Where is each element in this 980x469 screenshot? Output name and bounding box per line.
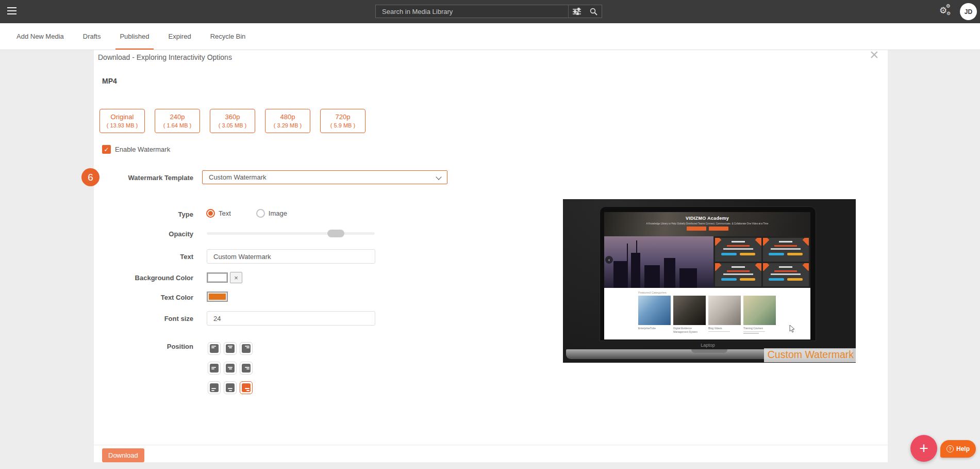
step-badge: 6 <box>81 168 99 186</box>
quality-720p-button[interactable]: 720p ( 5.9 MB ) <box>320 109 366 133</box>
add-media-fab[interactable]: + <box>910 435 937 462</box>
enable-watermark-row: ✓ Enable Watermark <box>102 145 170 154</box>
category-label: Training Courses <box>743 327 776 330</box>
download-button[interactable]: Download <box>102 448 144 462</box>
library-tab-bar: Add New Media Drafts Published Expired R… <box>0 23 980 50</box>
mouse-cursor-icon <box>789 325 795 333</box>
preview-hero-button <box>709 227 728 231</box>
position-grid <box>208 342 270 401</box>
close-icon[interactable]: × <box>870 47 879 62</box>
watermark-preview: VIDIZMO Academy A Knowledge Library to H… <box>563 199 856 363</box>
preview-site-tagline: A Knowledge Library to Help Globally Dis… <box>612 222 802 225</box>
position-bottom-left-button[interactable] <box>208 381 221 394</box>
dialog-footer: Download <box>94 445 888 463</box>
category-thumbnail <box>708 296 741 325</box>
quality-size: ( 3.05 MB ) <box>210 122 255 128</box>
category-label: Blog Videos <box>708 327 741 330</box>
position-top-center-button[interactable] <box>224 342 237 355</box>
admin-settings-icon[interactable]: ⚙⚙⚙ <box>939 4 955 20</box>
featured-category: Blog Videos <box>708 296 741 334</box>
laptop-label: Laptop <box>600 343 816 348</box>
background-color-label: Background Color <box>94 274 193 282</box>
position-bottom-center-button[interactable] <box>224 381 237 394</box>
text-color-swatch[interactable] <box>207 292 228 302</box>
position-bottom-right-button[interactable] <box>240 381 253 394</box>
user-avatar[interactable]: JD <box>960 3 977 20</box>
enable-watermark-checkbox[interactable]: ✓ <box>102 145 111 154</box>
carousel-card <box>715 238 761 262</box>
position-label: Position <box>94 343 193 350</box>
download-dialog: Download - Exploring Interactivity Optio… <box>94 50 888 462</box>
type-image-radio[interactable] <box>256 209 265 218</box>
preview-featured-section: Featured Categories EnterpriseTube Digit… <box>604 288 810 339</box>
category-thumbnail <box>638 296 671 325</box>
quality-480p-button[interactable]: 480p ( 3.29 MB ) <box>265 109 310 133</box>
preview-carousel: ‹ <box>604 236 810 288</box>
tab-recycle-bin[interactable]: Recycle Bin <box>206 23 250 50</box>
watermark-text-input[interactable] <box>207 249 375 264</box>
laptop-screen: VIDIZMO Academy A Knowledge Library to H… <box>604 212 810 339</box>
watermark-template-select[interactable]: Custom Watermark <box>202 170 447 184</box>
enable-watermark-label: Enable Watermark <box>115 145 170 153</box>
category-thumbnail <box>743 296 776 325</box>
preview-site-header: VIDIZMO Academy A Knowledge Library to H… <box>604 212 810 236</box>
top-bar: ⚙⚙⚙ JD <box>0 0 980 23</box>
type-text-label: Text <box>219 209 231 217</box>
tab-drafts[interactable]: Drafts <box>79 23 105 50</box>
quality-360p-button[interactable]: 360p ( 3.05 MB ) <box>210 109 255 133</box>
type-label: Type <box>94 211 193 218</box>
opacity-slider-thumb[interactable] <box>327 230 344 237</box>
quality-label: 240p <box>155 113 200 121</box>
carousel-card <box>715 263 761 287</box>
question-mark-icon: ? <box>946 445 954 452</box>
type-text-radio[interactable] <box>206 209 215 218</box>
quality-size: ( 1.64 MB ) <box>155 122 200 128</box>
quality-options: Original ( 13.93 MB ) 240p ( 1.64 MB ) 3… <box>99 109 366 133</box>
help-label: Help <box>956 445 970 452</box>
clear-background-color-button[interactable]: × <box>230 272 242 283</box>
type-image-label: Image <box>269 209 287 217</box>
help-button[interactable]: ? Help <box>940 440 976 458</box>
carousel-card <box>763 263 809 287</box>
position-top-right-button[interactable] <box>240 342 253 355</box>
position-middle-left-button[interactable] <box>208 362 221 375</box>
tab-add-new-media[interactable]: Add New Media <box>12 23 68 50</box>
text-color-control <box>207 292 228 302</box>
position-middle-center-button[interactable] <box>224 362 237 375</box>
featured-category: EnterpriseTube <box>638 296 671 334</box>
hamburger-menu-icon[interactable] <box>7 7 18 15</box>
tab-published[interactable]: Published <box>115 23 153 50</box>
category-thumbnail <box>673 296 706 325</box>
chevron-down-icon <box>436 174 441 180</box>
quality-label: Original <box>100 113 144 121</box>
quality-size: ( 3.29 MB ) <box>265 122 310 128</box>
watermark-overlay-text: Custom Watermark <box>768 349 854 360</box>
tab-expired[interactable]: Expired <box>164 23 195 50</box>
search-input[interactable] <box>376 5 568 18</box>
quality-label: 720p <box>321 113 365 121</box>
filter-tune-icon[interactable] <box>569 5 585 18</box>
featured-category: Training Courses <box>743 296 776 334</box>
search-icon[interactable] <box>585 5 602 18</box>
position-middle-right-button[interactable] <box>240 362 253 375</box>
preview-cards <box>713 236 810 288</box>
background-color-swatch[interactable] <box>207 272 228 283</box>
dialog-title: Download - Exploring Interactivity Optio… <box>98 53 232 61</box>
quality-original-button[interactable]: Original ( 13.93 MB ) <box>99 109 145 133</box>
carousel-prev-icon: ‹ <box>605 256 613 264</box>
preview-skyline-photo <box>604 236 713 288</box>
font-size-input[interactable] <box>207 311 375 326</box>
quality-240p-button[interactable]: 240p ( 1.64 MB ) <box>155 109 200 133</box>
position-top-left-button[interactable] <box>208 342 221 355</box>
preview-site-title: VIDIZMO Academy <box>604 212 810 221</box>
preview-hero-buttons <box>604 227 810 231</box>
category-label: Digital Evidence Management System <box>673 327 706 333</box>
featured-heading: Featured Categories <box>638 291 667 294</box>
watermark-text-label: Text <box>94 253 193 261</box>
quality-size: ( 5.9 MB ) <box>321 122 365 128</box>
search-bar <box>375 5 602 18</box>
opacity-slider-track[interactable] <box>207 232 375 235</box>
carousel-card <box>763 238 809 262</box>
media-library-page: ⚙⚙⚙ JD Add New Media Drafts Published Ex… <box>0 0 980 469</box>
featured-thumbnails: EnterpriseTube Digital Evidence Manageme… <box>638 296 776 334</box>
